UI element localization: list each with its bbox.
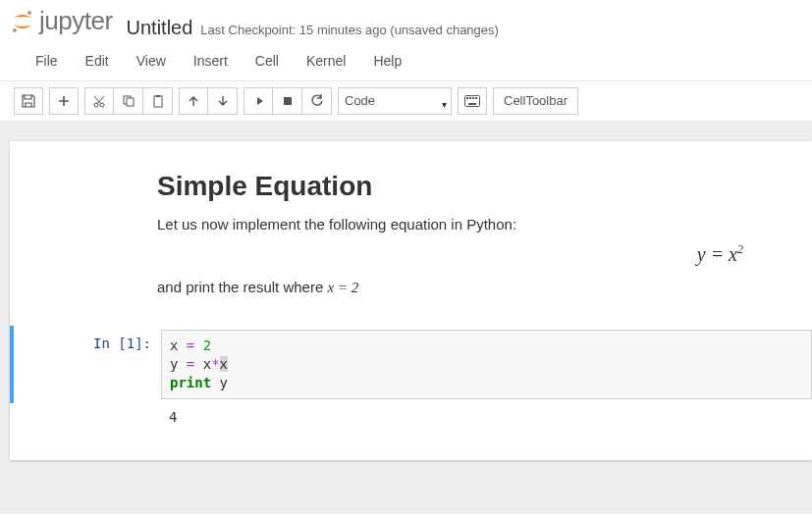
svg-rect-6 [154,96,162,107]
checkpoint-text: Last Checkpoint: 15 minutes ago (unsaved… [200,23,499,37]
notebook-title[interactable]: Untitled [127,17,193,39]
svg-point-1 [13,28,17,32]
input-prompt: In [1]: [14,330,161,399]
svg-rect-11 [469,97,471,99]
markdown-cell[interactable]: Simple Equation Let us now implement the… [10,171,812,327]
header: jupyter Untitled Last Checkpoint: 15 min… [0,0,812,43]
celltoolbar-button[interactable]: CellToolbar [493,87,578,115]
move-group [179,87,238,115]
save-button[interactable] [14,87,43,115]
cell-type-value: Code [345,93,375,108]
stop-icon [282,95,294,107]
svg-rect-13 [475,97,477,99]
menu-cell[interactable]: Cell [242,47,293,75]
copy-icon [122,94,135,108]
scissors-icon [92,94,106,108]
svg-rect-5 [127,98,134,106]
svg-rect-7 [156,95,160,97]
menubar: File Edit View Insert Cell Kernel Help [0,43,812,81]
arrow-up-icon [188,95,199,107]
jupyter-logo-icon [10,9,35,34]
move-up-button[interactable] [179,87,208,115]
arrow-down-icon [217,95,229,107]
paragraph-1: Let us now implement the following equat… [157,216,792,232]
restart-button[interactable] [302,87,332,115]
equation-display: y = x2 [157,242,792,266]
title-area: Untitled Last Checkpoint: 15 minutes ago… [127,17,499,39]
interrupt-button[interactable] [273,87,302,115]
svg-point-0 [27,11,31,15]
menu-view[interactable]: View [123,47,180,75]
logo-text: jupyter [39,6,113,36]
svg-rect-8 [284,97,292,105]
celltoolbar-label: CellToolbar [504,93,568,108]
paste-button[interactable] [143,87,173,115]
restart-icon [310,94,324,108]
menu-insert[interactable]: Insert [180,47,242,75]
save-icon [22,94,35,108]
run-group [244,87,332,115]
run-button[interactable] [244,87,273,115]
jupyter-logo: jupyter [10,6,113,36]
toolbar: Code CellToolbar [0,81,812,122]
plus-icon [58,95,70,107]
svg-rect-10 [466,97,468,99]
edit-group [84,87,173,115]
move-down-button[interactable] [208,87,238,115]
menu-kernel[interactable]: Kernel [293,47,359,75]
svg-rect-14 [468,103,476,105]
code-cell[interactable]: In [1]: x = 2y = x*xprint y [10,326,812,403]
code-editor[interactable]: x = 2y = x*xprint y [161,330,812,399]
paragraph-2: and print the result where x = 2 [157,279,792,296]
svg-rect-12 [472,97,474,99]
menu-help[interactable]: Help [359,47,415,75]
run-icon [252,95,264,107]
copy-button[interactable] [114,87,143,115]
output-text: 4 [161,403,812,431]
menu-edit[interactable]: Edit [72,47,123,75]
output-area: 4 [10,403,812,431]
cell-type-select[interactable]: Code [338,87,452,115]
notebook-area: Simple Equation Let us now implement the… [0,122,812,514]
notebook: Simple Equation Let us now implement the… [10,141,812,460]
insert-cell-button[interactable] [49,87,79,115]
menu-file[interactable]: File [22,47,72,75]
paste-icon [151,94,165,108]
output-prompt [10,403,161,431]
heading: Simple Equation [157,171,792,202]
cut-button[interactable] [84,87,114,115]
command-palette-button[interactable] [458,87,487,115]
keyboard-icon [464,95,480,107]
